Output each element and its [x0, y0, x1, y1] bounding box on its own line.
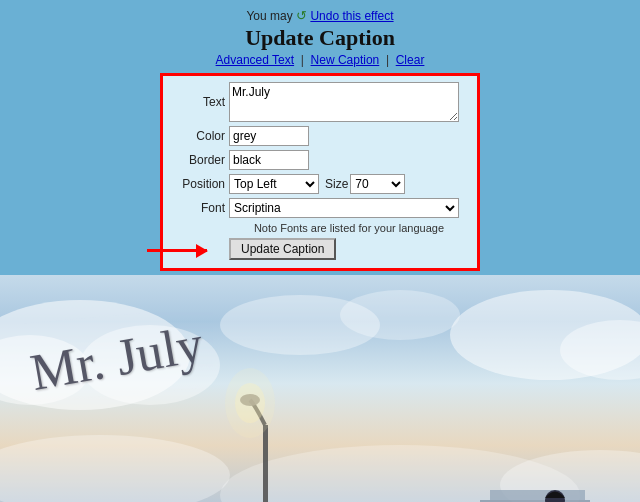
text-label: Text — [171, 95, 229, 109]
size-label: Size — [325, 177, 348, 191]
undo-prefix: You may — [246, 9, 292, 23]
border-label: Border — [171, 153, 229, 167]
position-select[interactable]: Top Left Top Center Top Right Bottom Lef… — [229, 174, 319, 194]
undo-line: You may ↺ Undo this effect — [0, 8, 640, 23]
page-title: Update Caption — [0, 25, 640, 51]
update-caption-button[interactable]: Update Caption — [229, 238, 336, 260]
svg-text:Mr. July: Mr. July — [26, 315, 207, 401]
nav-new-caption[interactable]: New Caption — [311, 53, 380, 67]
undo-link[interactable]: Undo this effect — [310, 9, 393, 23]
arrow-line — [147, 249, 207, 252]
border-input[interactable] — [229, 150, 309, 170]
text-input[interactable]: Mr.July — [229, 82, 459, 122]
image-section: Mr. July Download.com.vn — [0, 275, 640, 502]
update-btn-row: Update Caption — [229, 238, 469, 260]
position-label: Position — [171, 177, 229, 191]
size-select[interactable]: 10203040 50607080 90100 — [350, 174, 405, 194]
font-label: Font — [171, 201, 229, 215]
arrow-indicator — [147, 249, 207, 252]
position-size-row: Position Top Left Top Center Top Right B… — [171, 174, 469, 194]
noto-note: Noto Fonts are listed for your language — [229, 222, 469, 234]
text-row: Text Mr.July — [171, 82, 469, 122]
image-caption: Mr. July — [16, 306, 223, 415]
undo-icon: ↺ — [296, 8, 307, 23]
border-row: Border — [171, 150, 469, 170]
font-select[interactable]: Scriptina Arial Georgia Times New Roman — [229, 198, 459, 218]
color-row: Color — [171, 126, 469, 146]
form-box: Text Mr.July Color Border Position Top L… — [160, 73, 480, 271]
top-panel: You may ↺ Undo this effect Update Captio… — [0, 0, 640, 275]
nav-clear[interactable]: Clear — [396, 53, 425, 67]
nav-links: Advanced Text | New Caption | Clear — [0, 53, 640, 67]
color-label: Color — [171, 129, 229, 143]
font-row: Font Scriptina Arial Georgia Times New R… — [171, 198, 469, 218]
color-input[interactable] — [229, 126, 309, 146]
nav-advanced-text[interactable]: Advanced Text — [216, 53, 295, 67]
